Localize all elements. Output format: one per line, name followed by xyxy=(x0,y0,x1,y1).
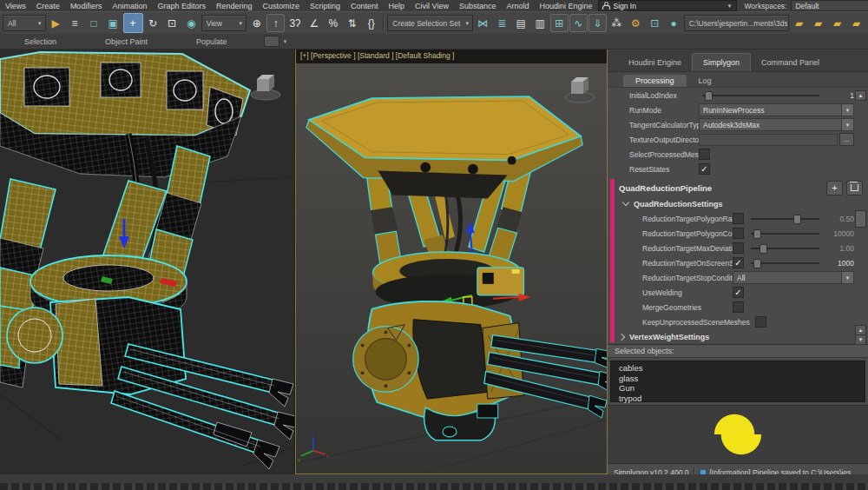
use-center-icon[interactable]: ⊕ xyxy=(247,14,266,32)
ribbon-tab[interactable]: Object Paint xyxy=(81,37,172,46)
percent-snap-icon[interactable]: % xyxy=(324,14,342,32)
menu-item[interactable]: Modifiers xyxy=(65,2,108,10)
initial-lod-slider[interactable] xyxy=(702,90,819,100)
select-place-icon[interactable]: ◉ xyxy=(182,14,201,32)
max-deviation-slider[interactable] xyxy=(751,243,819,253)
selection-filter-dropdown[interactable]: All ▼ xyxy=(3,15,46,31)
move-icon[interactable]: + xyxy=(123,13,143,33)
menu-item[interactable]: Substance xyxy=(454,2,502,10)
named-selection-sets-icon[interactable]: {} xyxy=(362,14,380,32)
viewport-label[interactable]: [+] [Perspective ] [Standard ] [Default … xyxy=(300,51,454,60)
object-list-item[interactable]: Gun xyxy=(619,383,865,394)
object-list-item[interactable]: trypod xyxy=(619,394,865,404)
use-welding-checkbox[interactable] xyxy=(733,287,744,298)
object-list-item[interactable]: cables xyxy=(619,363,865,374)
layer-explorer-icon[interactable]: ▥ xyxy=(531,14,549,32)
snap-3d-icon[interactable]: 3ʔ xyxy=(286,14,304,32)
select-by-name-icon[interactable]: ≡ xyxy=(66,14,84,32)
run-mode-dropdown[interactable]: RunInNewProcess▼ xyxy=(699,103,854,116)
scroll-down-button[interactable]: ▼ xyxy=(855,334,866,345)
scale-icon[interactable]: ⊡ xyxy=(163,14,181,32)
reference-coordinate-dropdown[interactable]: View ▼ xyxy=(201,15,247,31)
spinner-snap-icon[interactable]: ⇅ xyxy=(343,14,361,32)
browse-button[interactable]: ... xyxy=(839,133,854,146)
slider-handle[interactable] xyxy=(753,229,761,239)
tangent-calculator-dropdown[interactable]: Autodesk3dsMax▼ xyxy=(699,118,854,131)
slider-handle[interactable] xyxy=(760,244,767,254)
menu-item[interactable]: Scripting xyxy=(305,2,345,10)
align-icon[interactable]: ≣ xyxy=(493,14,511,32)
reset-states-checkbox[interactable] xyxy=(699,163,710,175)
menu-item[interactable]: Civil View xyxy=(410,2,454,10)
window-crossing-icon[interactable]: ▣ xyxy=(104,14,122,32)
project-folder-dropdown[interactable]: C:\Users\jespertin...ments\3ds Max 202. … xyxy=(684,15,789,31)
menu-item[interactable]: Houdini Engine xyxy=(534,2,597,10)
add-pipeline-button[interactable]: + xyxy=(826,181,843,195)
polygon-count-slider[interactable] xyxy=(751,228,819,238)
viewcube-home-icon[interactable] xyxy=(247,71,284,103)
polygon-ratio-checkbox[interactable] xyxy=(733,213,744,224)
stop-condition-dropdown[interactable]: All▼ xyxy=(733,271,854,284)
menu-item[interactable]: Animation xyxy=(107,2,152,10)
viewcube-home-icon[interactable] xyxy=(562,74,598,105)
viewport-layout-icon[interactable]: ⊞ xyxy=(550,14,569,32)
manipulate-icon[interactable]: ↑ xyxy=(266,14,285,32)
rendered-frame-icon[interactable]: ⊡ xyxy=(646,14,664,32)
sign-in-button[interactable]: Sign In ▼ xyxy=(598,0,737,11)
polygon-ratio-slider[interactable] xyxy=(751,214,819,223)
panel-tab[interactable]: Houdini Engine xyxy=(618,54,692,71)
track-bar[interactable] xyxy=(0,474,868,483)
folder-settings-icon[interactable]: ▰ xyxy=(790,14,808,32)
menu-item[interactable]: Content xyxy=(345,2,384,10)
mirror-icon[interactable]: ⋈ xyxy=(474,14,492,32)
menu-item[interactable]: Graph Editors xyxy=(152,2,211,10)
create-selection-set-dropdown[interactable]: Create Selection Set ▼ xyxy=(387,15,472,31)
keep-unprocessed-checkbox[interactable] xyxy=(755,316,766,328)
merge-geometries-checkbox[interactable] xyxy=(733,301,744,313)
schematic-view-icon[interactable]: ⁂ xyxy=(608,14,626,32)
menu-item[interactable]: Create xyxy=(31,2,65,10)
texture-output-field[interactable] xyxy=(699,134,838,146)
viewport-perspective[interactable]: y z x [+] [Perspective ] [Standard ] [De… xyxy=(295,49,608,474)
curve-editor-icon[interactable]: ∿ xyxy=(569,14,588,32)
panel-tab[interactable]: Simplygon xyxy=(692,53,751,71)
menu-item[interactable]: Rendering xyxy=(211,2,258,10)
on-screen-size-checkbox[interactable] xyxy=(733,257,744,268)
menu-item[interactable]: Customize xyxy=(257,2,305,10)
vertex-weight-settings-header[interactable]: VertexWeightSettings xyxy=(608,329,868,344)
menu-item[interactable]: Views xyxy=(0,2,31,10)
delete-pipeline-button[interactable] xyxy=(846,181,863,195)
select-object-icon[interactable]: ▶ xyxy=(47,14,65,32)
viewport-orthographic[interactable] xyxy=(0,49,295,474)
polygon-count-checkbox[interactable] xyxy=(733,228,744,239)
on-screen-size-slider[interactable] xyxy=(751,258,819,268)
folder-save-icon[interactable]: ▰ xyxy=(828,14,846,32)
scene-explorer-icon[interactable]: ▤ xyxy=(512,14,530,32)
slider-handle[interactable] xyxy=(753,259,761,268)
folder-import-icon[interactable]: ▰ xyxy=(847,14,865,32)
angle-snap-icon[interactable]: ∠ xyxy=(305,14,323,32)
slider-handle[interactable] xyxy=(793,215,801,224)
workspace-dropdown[interactable]: Default ▼ xyxy=(791,0,868,11)
slider-handle[interactable] xyxy=(705,91,713,101)
panel-subtab[interactable]: Log xyxy=(687,75,724,87)
ribbon-config-icon[interactable] xyxy=(264,36,279,47)
ribbon-tab[interactable]: Selection xyxy=(0,37,81,46)
menu-item[interactable]: Help xyxy=(384,2,411,10)
folder-open-icon[interactable]: ▰ xyxy=(809,14,827,32)
scroll-up-button[interactable]: ▲ xyxy=(855,90,866,101)
panel-subtab[interactable]: Processing xyxy=(623,75,687,87)
object-list-item[interactable]: glass xyxy=(619,374,865,384)
select-processed-checkbox[interactable] xyxy=(699,149,710,160)
track-view-icon[interactable]: ⇓ xyxy=(589,14,607,32)
render-production-icon[interactable]: ● xyxy=(665,14,683,32)
render-setup-icon[interactable]: ⚙ xyxy=(627,14,645,32)
scrollbar-thumb[interactable] xyxy=(855,210,866,228)
quad-reduction-settings-header[interactable]: QuadReductionSettings xyxy=(608,196,868,211)
rect-selection-icon[interactable]: □ xyxy=(85,14,103,32)
menu-item[interactable]: Arnold xyxy=(501,2,534,10)
max-deviation-checkbox[interactable] xyxy=(733,242,744,254)
rotate-icon[interactable]: ↻ xyxy=(144,14,162,32)
panel-tab[interactable]: Command Panel xyxy=(751,54,830,71)
timeline-ticks[interactable] xyxy=(0,483,868,490)
